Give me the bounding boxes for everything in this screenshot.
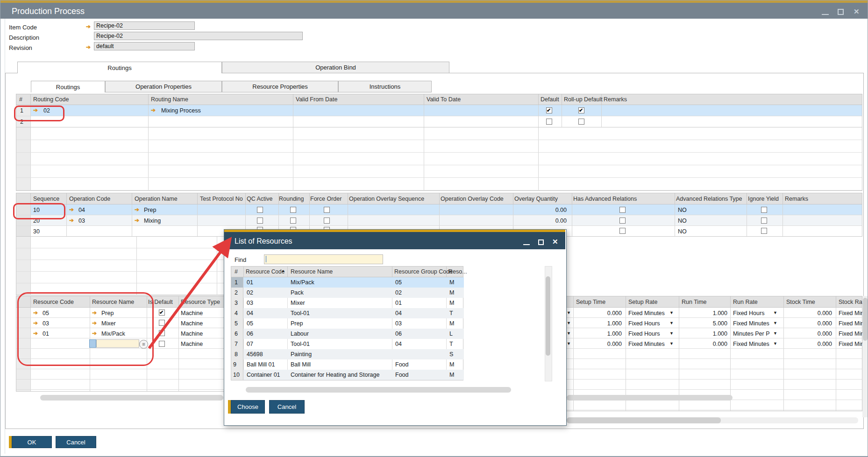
hidden-rate-dropdown-icon[interactable]: ▼	[567, 311, 571, 315]
res-row2-setup-time[interactable]: 1.000	[575, 321, 622, 327]
list-item[interactable]: 4 04 Tool-01 04 T	[231, 308, 464, 318]
setup-rate-dropdown-icon[interactable]: ▼	[669, 342, 674, 346]
dlg-col-group[interactable]: Resource Group Code	[394, 269, 453, 275]
revision-field[interactable]	[94, 42, 195, 50]
list-item[interactable]: 2 02 Pack 02 M	[231, 288, 464, 298]
item-code-link-arrow-icon[interactable]: ➔	[86, 24, 91, 29]
dlg-col-type[interactable]: Reso...	[448, 269, 467, 275]
routings-row1-rollup-checkbox[interactable]	[578, 107, 584, 113]
op-name-link-arrow-icon[interactable]: ➔	[135, 218, 139, 223]
dialog-cancel-button[interactable]: Cancel	[269, 400, 305, 414]
hidden-rate-dropdown-icon[interactable]: ▼	[567, 331, 571, 336]
subtab-routings[interactable]: Routings	[31, 81, 105, 92]
op-row2-ignore-yield-checkbox[interactable]	[761, 218, 767, 224]
vertical-sc rollbar-thumb[interactable]	[863, 298, 868, 341]
op-row1-force-checkbox[interactable]	[324, 207, 330, 213]
res-row3-setup-time[interactable]: 1.000	[575, 331, 622, 337]
res-row3-stock-time[interactable]: 0.000	[785, 331, 832, 337]
tab-operation-bind[interactable]: Operation Bind	[222, 62, 449, 73]
horizontal-scrollbar-thumb[interactable]	[567, 417, 721, 423]
routing-name-link-arrow-icon[interactable]: ➔	[151, 107, 156, 113]
run-rate-dropdown-icon[interactable]: ▼	[773, 321, 777, 325]
run-rate-dropdown-icon[interactable]: ▼	[773, 311, 777, 315]
choose-button[interactable]: Choose	[231, 400, 265, 414]
horizontal-scrollbar[interactable]	[567, 395, 733, 401]
sort-ascending-icon[interactable]: ▲	[281, 269, 285, 273]
op-row2-rounding-checkbox[interactable]	[290, 218, 296, 224]
list-item[interactable]: 9 Ball Mill 01 Ball Mill Food M	[231, 359, 464, 370]
res-row2-stock-time[interactable]: 0.000	[785, 321, 832, 327]
ok-button[interactable]: OK	[12, 436, 52, 448]
dialog-titlebar[interactable]: List of Resources ✕	[224, 232, 565, 249]
minimize-icon[interactable]	[822, 14, 829, 15]
op-row3-advanced-checkbox[interactable]	[619, 228, 626, 234]
revision-link-arrow-icon[interactable]: ➔	[86, 44, 91, 50]
op-row2-code[interactable]: 03	[78, 218, 85, 225]
res-row2-run-time[interactable]: 5.000	[681, 321, 727, 327]
tab-routings[interactable]: Routings	[17, 62, 222, 73]
res-row4-run-time[interactable]: 0.000	[681, 341, 727, 348]
op-row2-force-checkbox[interactable]	[324, 218, 330, 224]
op-row3-ignore-yield-checkbox[interactable]	[761, 228, 767, 234]
op-row1-name[interactable]: Prep	[144, 207, 156, 214]
dialog-close-icon[interactable]: ✕	[552, 238, 558, 246]
dialog-horizontal-scrollbar[interactable]	[246, 387, 511, 393]
horizontal-scrollbar[interactable]	[40, 395, 223, 401]
op-row2-advanced-type[interactable]: NO	[678, 218, 687, 225]
res-row1-setup-time[interactable]: 0.000	[575, 310, 622, 317]
op-name-link-arrow-icon[interactable]: ➔	[135, 207, 139, 212]
subtab-instructions[interactable]: Instructions	[338, 81, 432, 92]
list-item[interactable]: 1 01 Mix/Pack 05 M	[231, 277, 464, 288]
res-row2-run-rate[interactable]: Fixed Minutes	[733, 321, 769, 327]
window-titlebar[interactable]: Production Process ✕	[0, 3, 868, 19]
dialog-minimize-icon[interactable]	[523, 244, 530, 245]
setup-rate-dropdown-icon[interactable]: ▼	[669, 321, 674, 325]
res-row1-stock-time[interactable]: 0.000	[785, 310, 832, 317]
op-row1-overlay-qty[interactable]: 0.00	[538, 207, 567, 214]
op-code-link-arrow-icon[interactable]: ➔	[69, 207, 74, 212]
maximize-icon[interactable]	[838, 9, 844, 15]
hidden-rate-dropdown-icon[interactable]: ▼	[567, 342, 571, 346]
res-row4-setup-time[interactable]: 0.000	[575, 341, 622, 348]
res-row4-stock-time[interactable]: 0.000	[785, 341, 832, 348]
op-row3-sequence[interactable]: 30	[33, 229, 40, 235]
dialog-vertical-scrollbar-thumb[interactable]	[546, 276, 550, 356]
setup-rate-dropdown-icon[interactable]: ▼	[669, 311, 674, 315]
routings-row1-name[interactable]: Mixing Process	[161, 108, 201, 114]
op-row3-advanced-type[interactable]: NO	[678, 229, 687, 235]
res-row1-setup-rate[interactable]: Fixed Minutes	[628, 310, 665, 317]
list-item[interactable]: 8 45698 Painting S	[231, 349, 464, 359]
op-code-link-arrow-icon[interactable]: ➔	[69, 218, 74, 223]
op-row1-ignore-yield-checkbox[interactable]	[761, 207, 767, 213]
op-row2-advanced-checkbox[interactable]	[619, 218, 626, 224]
op-row2-overlay-qty[interactable]: 0.00	[538, 218, 567, 225]
dlg-col-name[interactable]: Resource Name	[291, 269, 333, 275]
dlg-col-code[interactable]: Resource Code	[246, 269, 285, 275]
subtab-operation-properties[interactable]: Operation Properties	[105, 81, 222, 92]
res-row4-setup-rate[interactable]: Fixed Minutes	[628, 341, 665, 348]
description-field[interactable]	[94, 32, 303, 40]
run-rate-dropdown-icon[interactable]: ▼	[773, 331, 777, 336]
list-item[interactable]: 10 Container 01 Container for Heating an…	[231, 370, 464, 380]
op-row2-name[interactable]: Mixing	[144, 218, 161, 225]
res-row3-run-time[interactable]: 1.000	[681, 331, 727, 337]
cancel-button[interactable]: Cancel	[56, 436, 96, 448]
op-row1-qc-checkbox[interactable]	[257, 207, 263, 213]
res-row3-run-rate[interactable]: Minutes Per P	[733, 331, 770, 337]
op-row1-rounding-checkbox[interactable]	[290, 207, 296, 213]
run-rate-dropdown-icon[interactable]: ▼	[773, 342, 777, 346]
find-input[interactable]	[264, 254, 383, 264]
res-row1-run-rate[interactable]: Fixed Hours	[733, 310, 764, 317]
list-item[interactable]: 3 03 Mixer 01 M	[231, 298, 464, 308]
res-row1-run-time[interactable]: 1.000	[681, 310, 727, 317]
res-row3-setup-rate[interactable]: Fixed Hours	[628, 331, 660, 337]
routings-row2-default-checkbox[interactable]	[546, 119, 552, 125]
routings-row2-rollup-checkbox[interactable]	[578, 119, 584, 125]
subtab-resource-properties[interactable]: Resource Properties	[222, 81, 338, 92]
close-icon[interactable]: ✕	[854, 8, 860, 15]
setup-rate-dropdown-icon[interactable]: ▼	[669, 331, 674, 336]
list-item[interactable]: 7 07 Tool-01 04 T	[231, 339, 464, 349]
hidden-rate-dropdown-icon[interactable]: ▼	[567, 321, 571, 325]
list-item[interactable]: 6 06 Labour 06 L	[231, 329, 464, 339]
dialog-maximize-icon[interactable]	[538, 239, 544, 245]
